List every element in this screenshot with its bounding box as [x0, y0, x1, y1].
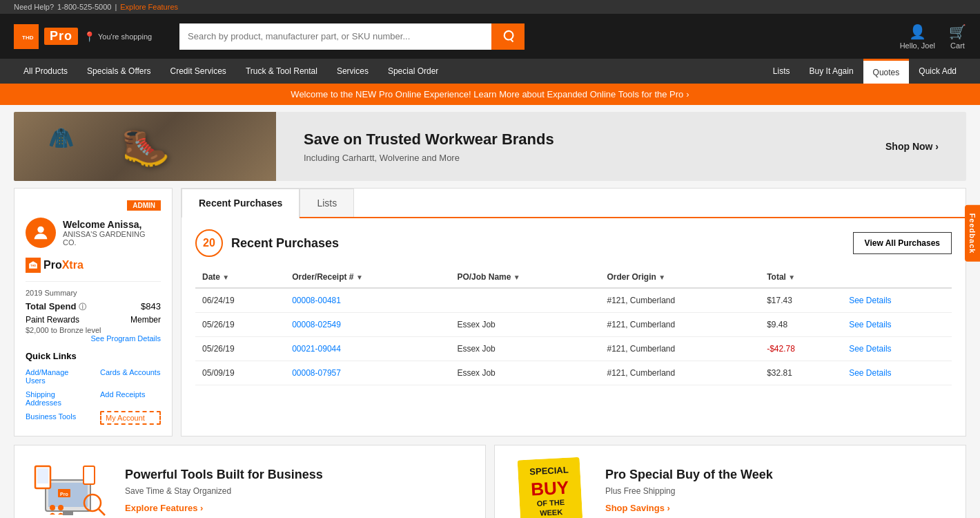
- nav-truck-tool-rental[interactable]: Truck & Tool Rental: [236, 59, 327, 84]
- svg-rect-7: [63, 511, 73, 515]
- table-row: 05/26/19 00008-02549 Essex Job #121, Cum…: [195, 313, 952, 337]
- purchases-label: Recent Purchases: [231, 236, 339, 251]
- tools-card-sub: Save Time & Stay Organized: [125, 486, 471, 496]
- add-manage-users-link[interactable]: Add/Manage Users: [26, 367, 86, 386]
- purchases-table-scroll[interactable]: Date ▼ Order/Receipt # ▼ PO/Job Name ▼ O…: [195, 267, 952, 385]
- cart-label: Cart: [950, 41, 965, 50]
- cell-see-details[interactable]: See Details: [842, 361, 952, 385]
- total-spend-row: Total Spend ⓘ $843: [26, 301, 161, 312]
- cart-button[interactable]: 🛒 Cart: [949, 23, 966, 50]
- nav-buy-it-again[interactable]: Buy It Again: [800, 59, 863, 84]
- search-button[interactable]: [491, 23, 525, 50]
- paint-rewards-level: Member: [130, 315, 161, 325]
- shipping-addresses-link[interactable]: Shipping Addresses: [26, 389, 86, 408]
- cell-see-details[interactable]: See Details: [842, 337, 952, 361]
- col-action: [842, 267, 952, 288]
- col-po-job[interactable]: PO/Job Name ▼: [450, 267, 600, 288]
- logo-area: THD Pro 📍 You're shopping: [14, 24, 166, 49]
- nav-quick-add[interactable]: Quick Add: [909, 59, 966, 84]
- utility-bar: Need Help? 1-800-525-5000 | Explore Feat…: [0, 0, 980, 14]
- rewards-sub: $2,000 to Bronze level: [26, 326, 161, 334]
- tools-explore-button[interactable]: Explore Features ›: [125, 503, 471, 513]
- summary-title: 2019 Summary: [26, 289, 161, 297]
- cell-see-details[interactable]: See Details: [842, 288, 952, 313]
- tools-illustration: Pro: [32, 463, 108, 518]
- hero-content: Save on Trusted Workwear Brands Includin…: [276, 117, 885, 177]
- tab-lists[interactable]: Lists: [300, 189, 354, 217]
- tools-icon-area: Pro: [28, 459, 111, 518]
- user-name: Welcome Anissa,: [63, 219, 161, 230]
- tab-recent-purchases[interactable]: Recent Purchases: [182, 189, 300, 218]
- nav-credit-services[interactable]: Credit Services: [161, 59, 236, 84]
- purchases-table: Date ▼ Order/Receipt # ▼ PO/Job Name ▼ O…: [195, 267, 952, 385]
- nav-lists[interactable]: Lists: [763, 59, 800, 84]
- special-buy-card-sub: Plus Free Shipping: [605, 486, 952, 496]
- special-buy-card-title: Pro Special Buy of the Week: [605, 468, 952, 483]
- feedback-tab[interactable]: Feedback: [965, 204, 980, 262]
- cell-origin: #121, Cumberland: [600, 361, 760, 385]
- col-origin[interactable]: Order Origin ▼: [600, 267, 760, 288]
- svg-text:WEEK: WEEK: [540, 508, 563, 517]
- search-input[interactable]: [179, 23, 491, 50]
- cards-accounts-link[interactable]: Cards & Accounts: [100, 367, 161, 386]
- col-date[interactable]: Date ▼: [195, 267, 285, 288]
- cell-origin: #121, Cumberland: [600, 337, 760, 361]
- special-buy-icon-area: SPECIAL BUY OF THE WEEK: [509, 459, 591, 518]
- rewards-row: Paint Rewards Member: [26, 315, 161, 325]
- cell-order: 00008-02549: [285, 313, 450, 337]
- cell-date: 05/26/19: [195, 313, 285, 337]
- nav-services[interactable]: Services: [327, 59, 378, 84]
- my-account-link[interactable]: My Account: [100, 411, 161, 425]
- svg-text:THD: THD: [30, 264, 36, 267]
- separator: |: [115, 3, 117, 11]
- home-depot-logo[interactable]: THD: [14, 24, 39, 49]
- svg-text:OF THE: OF THE: [536, 497, 565, 507]
- cell-total: $17.43: [760, 288, 842, 313]
- col-total[interactable]: Total ▼: [760, 267, 842, 288]
- tabs: Recent Purchases Lists: [182, 189, 966, 218]
- cell-total: $32.81: [760, 361, 842, 385]
- user-account-button[interactable]: 👤 Hello, Joel: [900, 23, 935, 50]
- nav-quotes[interactable]: Quotes: [863, 59, 910, 84]
- cell-origin: #121, Cumberland: [600, 288, 760, 313]
- special-buy-badge: SPECIAL BUY OF THE WEEK: [518, 457, 583, 518]
- main-content: ADMIN Welcome Anissa, ANISSA'S GARDENING…: [14, 188, 966, 437]
- col-order[interactable]: Order/Receipt # ▼: [285, 267, 450, 288]
- hero-subtitle: Including Carhartt, Wolverine and More: [304, 153, 858, 163]
- table-row: 05/26/19 00021-09044 Essex Job #121, Cum…: [195, 337, 952, 361]
- nav-specials-offers[interactable]: Specials & Offers: [77, 59, 160, 84]
- cell-date: 06/24/19: [195, 288, 285, 313]
- cell-po-job: [450, 288, 600, 313]
- view-all-purchases-button[interactable]: View All Purchases: [853, 232, 952, 254]
- quick-links-grid: Add/Manage Users Cards & Accounts Shippi…: [26, 367, 161, 425]
- hero-clothes-icon: 🧥: [48, 126, 74, 150]
- hero-cta-button[interactable]: Shop Now ›: [885, 141, 966, 152]
- explore-link[interactable]: Explore Features: [120, 3, 178, 11]
- svg-point-15: [50, 505, 55, 510]
- cell-po-job: Essex Job: [450, 337, 600, 361]
- tools-card-title: Powerful Tools Built for Business: [125, 468, 471, 483]
- search-area: [179, 23, 525, 50]
- svg-line-12: [99, 509, 105, 515]
- special-buy-card-content: Pro Special Buy of the Week Plus Free Sh…: [605, 468, 952, 514]
- left-panel: ADMIN Welcome Anissa, ANISSA'S GARDENING…: [14, 188, 173, 437]
- svg-point-16: [58, 505, 63, 510]
- nav-all-products[interactable]: All Products: [14, 59, 77, 84]
- promo-text: Welcome to the NEW Pro Online Experience…: [291, 89, 683, 99]
- special-buy-shop-button[interactable]: Shop Savings ›: [605, 503, 952, 513]
- business-tools-link[interactable]: Business Tools: [26, 411, 86, 425]
- cell-see-details[interactable]: See Details: [842, 313, 952, 337]
- user-avatar: [26, 218, 56, 248]
- purchases-title-area: 20 Recent Purchases: [195, 229, 339, 257]
- add-receipts-link[interactable]: Add Receipts: [100, 389, 161, 408]
- promo-banner[interactable]: Welcome to the NEW Pro Online Experience…: [0, 84, 980, 105]
- nav-special-order[interactable]: Special Order: [378, 59, 448, 84]
- phone-link[interactable]: 1-800-525-5000: [57, 3, 111, 11]
- info-icon: ⓘ: [79, 303, 86, 311]
- tools-card: Pro Powerful Tools Built for Business Sa…: [14, 445, 486, 518]
- location-text: You're shopping: [98, 32, 152, 41]
- table-row: 05/09/19 00008-07957 Essex Job #121, Cum…: [195, 361, 952, 385]
- svg-rect-9: [37, 468, 48, 483]
- purchases-section: 20 Recent Purchases View All Purchases D…: [182, 218, 966, 396]
- see-program-link[interactable]: See Program Details: [26, 334, 161, 343]
